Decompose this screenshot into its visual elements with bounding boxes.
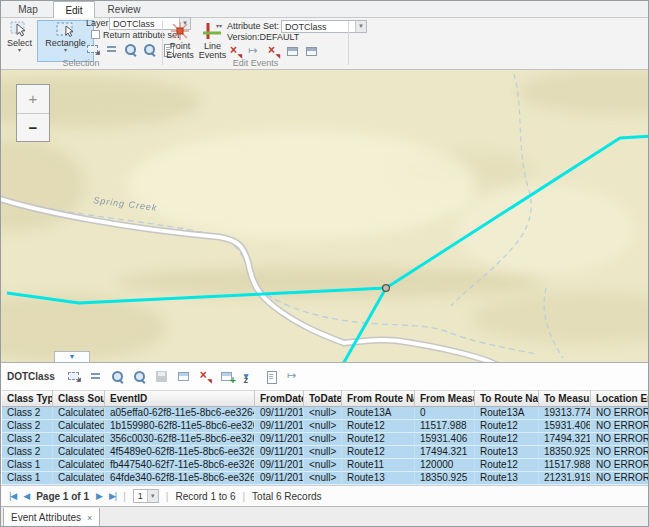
column-header[interactable]: To Route Name: [475, 390, 539, 407]
map-canvas[interactable]: Spring Creek + − ▼: [1, 70, 649, 363]
select-rectangle-icon[interactable]: [67, 370, 80, 383]
split-event-icon[interactable]: [229, 45, 242, 58]
zoom-to-selection-icon[interactable]: [124, 43, 137, 56]
page-number-arrow-icon[interactable]: ▼: [147, 490, 158, 502]
copy-records-icon[interactable]: [265, 370, 278, 383]
table-cell: Route12: [475, 433, 539, 446]
table-cell: <null>: [304, 446, 342, 459]
event-table-icon[interactable]: [305, 45, 318, 58]
table-cell: <null>: [304, 433, 342, 446]
attribute-list-icon[interactable]: [89, 370, 102, 383]
table-cell: Class 2: [2, 420, 53, 433]
sort-icon[interactable]: [243, 370, 256, 383]
table-cell: Route13: [342, 472, 415, 485]
table-cell: Route12: [342, 420, 415, 433]
table-row[interactable]: Class 2Calculated356c0030-62f8-11e5-8bc6…: [2, 433, 649, 446]
table-cell: NO ERROR: [591, 446, 649, 459]
first-page-button[interactable]: |◀: [9, 491, 16, 501]
tab-review[interactable]: Review: [101, 1, 147, 18]
table-cell: 18350.925: [539, 446, 591, 459]
table-cell: 17494.321: [415, 446, 475, 459]
tab-edit[interactable]: Edit: [53, 1, 95, 18]
panel-title: DOTClass: [7, 371, 55, 382]
table-cell: <null>: [304, 407, 342, 420]
column-header[interactable]: From Measure: [415, 390, 475, 407]
record-range-text: Record 1 to 6: [175, 491, 235, 502]
route-junction-vertex[interactable]: [383, 285, 390, 292]
select-features-icon[interactable]: [86, 43, 99, 56]
column-header[interactable]: To Measure: [539, 390, 591, 407]
table-row[interactable]: Class 1Calculatedfb447540-62f7-11e5-8bc6…: [2, 459, 649, 472]
table-cell: 09/11/2015: [255, 433, 304, 446]
total-records-text: Total 6 Records: [252, 491, 321, 502]
table-row[interactable]: Class 2Calculated1b159980-62f8-11e5-8bc6…: [2, 420, 649, 433]
table-cell: 17494.321: [539, 433, 591, 446]
page-number-dropdown[interactable]: 1 ▼: [133, 489, 159, 503]
previous-page-button[interactable]: ◀: [23, 491, 29, 501]
table-cell: 09/11/2015: [255, 459, 304, 472]
table-cell: Class 2: [2, 407, 53, 420]
column-header[interactable]: From Route Name: [342, 390, 415, 407]
pan-to-selected-icon[interactable]: [133, 370, 146, 383]
table-cell: 15931.406: [415, 433, 475, 446]
zoom-out-button[interactable]: −: [17, 113, 49, 141]
page-number-value: 1: [134, 491, 147, 501]
table-cell: Class 1: [2, 459, 53, 472]
offset-tool-icon[interactable]: [287, 370, 300, 383]
attribute-set-combobox-arrow-icon[interactable]: ▼: [355, 21, 366, 32]
attribute-set-label: Attribute Set:: [227, 21, 279, 31]
attribute-table-icon[interactable]: [177, 370, 190, 383]
table-cell: Route13: [475, 472, 539, 485]
return-attribute-set-checkbox[interactable]: [91, 30, 100, 39]
last-page-button[interactable]: ▶|: [109, 491, 116, 501]
page-indicator: Page 1 of 1: [36, 491, 89, 502]
column-header[interactable]: Class Type: [2, 390, 53, 407]
select-button[interactable]: Select ▾: [4, 20, 35, 62]
pan-to-selection-icon[interactable]: [143, 43, 156, 56]
column-header[interactable]: Location Error: [591, 390, 649, 407]
remove-event-icon[interactable]: [267, 45, 280, 58]
point-events-button[interactable]: Point Events: [164, 20, 196, 62]
table-cell: 09/11/2015: [255, 420, 304, 433]
table-cell: Class 2: [2, 433, 53, 446]
table-cell: Route12: [475, 459, 539, 472]
zoom-to-selected-icon[interactable]: [111, 370, 124, 383]
offset-event-icon[interactable]: [248, 45, 261, 58]
table-cell: Route13: [475, 446, 539, 459]
table-cell: NO ERROR: [591, 472, 649, 485]
table-cell: 09/11/2015: [255, 446, 304, 459]
tab-event-attributes[interactable]: Event Attributes ×: [3, 508, 100, 527]
separator: |: [123, 491, 126, 502]
add-to-table-icon[interactable]: [221, 370, 234, 383]
selection-list-icon[interactable]: [105, 43, 118, 56]
select-dropdown-icon[interactable]: ▾: [18, 48, 21, 53]
column-header[interactable]: ToDate: [304, 390, 342, 407]
tab-map[interactable]: Map: [9, 1, 47, 18]
close-tab-icon[interactable]: ×: [87, 513, 92, 523]
table-cell: Calculated: [53, 433, 105, 446]
table-cell: 64fde340-62f8-11e5-8bc6-ee32641d5ec9: [105, 472, 255, 485]
column-header[interactable]: EventID: [105, 390, 255, 407]
zoom-in-button[interactable]: +: [17, 85, 49, 113]
line-events-button[interactable]: ▾▾ Line Events: [197, 20, 228, 62]
next-page-button[interactable]: ▶: [96, 491, 102, 501]
clear-selection-icon[interactable]: [199, 370, 212, 383]
rectangle-dropdown-icon[interactable]: ▾: [64, 48, 67, 53]
table-cell: 120000: [415, 459, 475, 472]
table-cell: Calculated: [53, 407, 105, 420]
table-row[interactable]: Class 1Calculated64fde340-62f8-11e5-8bc6…: [2, 472, 649, 485]
save-icon[interactable]: [155, 370, 168, 383]
table-cell: NO ERROR: [591, 433, 649, 446]
table-row[interactable]: Class 2Calculated4f5489e0-62f8-11e5-8bc6…: [2, 446, 649, 459]
table-row[interactable]: Class 2Calculateda05effa0-62f8-11e5-8bc6…: [2, 407, 649, 420]
column-header[interactable]: FromDate: [255, 390, 304, 407]
table-cell: Calculated: [53, 472, 105, 485]
table-header-row: Class TypeClass SourceEventIDFromDateToD…: [2, 390, 649, 407]
table-cell: Calculated: [53, 459, 105, 472]
column-header[interactable]: Class Source: [53, 390, 105, 407]
table-cell: 0: [415, 407, 475, 420]
table-cell: <null>: [304, 459, 342, 472]
panel-collapse-button[interactable]: ▼: [54, 351, 90, 362]
rectangle-select-icon: [55, 21, 77, 38]
event-window-icon[interactable]: [286, 45, 299, 58]
